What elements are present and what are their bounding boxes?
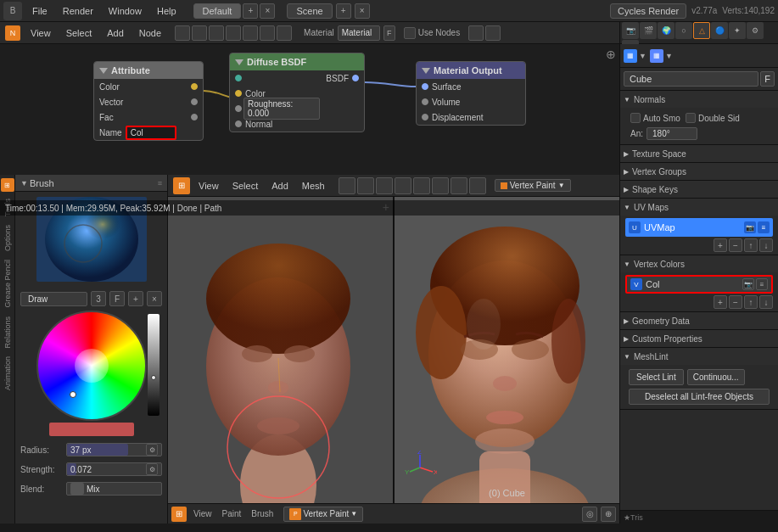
vc-add-btn[interactable]: +: [714, 295, 727, 309]
node-toolbar-btn-6[interactable]: [260, 25, 275, 41]
node-toolbar-btn-5[interactable]: [243, 25, 258, 41]
animation-tab[interactable]: Animation: [2, 353, 14, 394]
bottom-view-menu[interactable]: View: [190, 508, 215, 519]
value-strip-handle[interactable]: [151, 375, 156, 380]
menu-window[interactable]: Window: [104, 4, 147, 18]
angle-input[interactable]: 180°: [646, 127, 697, 140]
strength-extra-btn[interactable]: ⚙: [146, 463, 158, 475]
bottom-paint-menu[interactable]: Paint: [219, 508, 245, 519]
material-select[interactable]: Material: [338, 25, 380, 41]
attribute-name-input[interactable]: [126, 126, 176, 140]
blend-select[interactable]: Mix: [66, 482, 162, 496]
select-lint-btn[interactable]: Select Lint: [629, 369, 684, 385]
viewport-right[interactable]: (0) Cube X Y Z: [393, 197, 619, 503]
output-collapse-icon[interactable]: [422, 68, 430, 74]
uvmap-remove-btn[interactable]: −: [729, 238, 742, 252]
radius-extra-btn[interactable]: ⚙: [146, 444, 158, 456]
color-preview-bar[interactable]: [49, 423, 134, 436]
brush-mode-select[interactable]: Draw: [20, 292, 87, 306]
node-pin-btn[interactable]: [468, 25, 484, 41]
vc-col-camera-btn[interactable]: 📷: [742, 278, 754, 290]
menu-help[interactable]: Help: [152, 4, 182, 18]
node-toolbar-btn-2[interactable]: [192, 25, 207, 41]
material-f-btn[interactable]: F: [383, 25, 395, 41]
node-toolbar-btn-4[interactable]: [226, 25, 241, 41]
object-f-btn[interactable]: F: [760, 71, 775, 87]
node-menu-select[interactable]: Select: [61, 26, 98, 40]
auto-smooth-checkbox[interactable]: [630, 113, 641, 123]
color-dot[interactable]: [70, 391, 76, 398]
node-toolbar-btn-1[interactable]: [175, 25, 190, 41]
texture-space-header[interactable]: ▶ Texture Space: [620, 145, 778, 162]
rtab-material[interactable]: 🔵: [711, 22, 728, 39]
viewport-left[interactable]: +: [168, 197, 393, 503]
render-engine-select[interactable]: Cycles Render: [610, 3, 686, 19]
rtab-particles[interactable]: ✦: [729, 22, 746, 39]
vp-btn-4[interactable]: [395, 177, 411, 194]
add-workspace-btn[interactable]: +: [243, 3, 258, 19]
node-menu-node[interactable]: Node: [134, 26, 166, 40]
relations-tab[interactable]: Relations: [2, 313, 14, 352]
radius-slider[interactable]: 37 px ⚙: [66, 443, 162, 456]
geometry-data-header[interactable]: ▶ Geometry Data: [620, 312, 778, 329]
vertex-paint-bottom-btn[interactable]: P Vertex Paint ▼: [283, 507, 363, 522]
uvmap-extra-btn[interactable]: ≡: [758, 221, 770, 233]
uvmap-down-btn[interactable]: ↓: [759, 238, 773, 252]
vp-btn-3[interactable]: [376, 177, 393, 194]
vertex-colors-header[interactable]: ▼ Vertex Colors: [620, 255, 778, 272]
bottom-brush-menu[interactable]: Brush: [248, 508, 277, 519]
brush-panel-menu-icon[interactable]: ≡: [158, 179, 162, 188]
vertex-groups-header[interactable]: ▶ Vertex Groups: [620, 163, 778, 180]
rtab-object-data[interactable]: △: [693, 22, 710, 39]
node-zoom-btn[interactable]: [485, 25, 501, 41]
vp-btn-5[interactable]: [413, 177, 430, 194]
uvmap-add-btn[interactable]: +: [714, 238, 727, 252]
brush-f-btn[interactable]: F: [109, 291, 125, 306]
use-nodes-checkbox[interactable]: [404, 27, 416, 39]
vp-menu-view[interactable]: View: [193, 179, 224, 193]
bottom-btn-2[interactable]: ⊕: [601, 507, 616, 522]
viewport-add-crosshair[interactable]: ⊕: [606, 48, 616, 61]
attribute-collapse-icon[interactable]: [99, 68, 108, 74]
vp-btn-8[interactable]: [469, 177, 486, 194]
vc-col-extra-btn[interactable]: ≡: [756, 278, 768, 290]
node-menu-view[interactable]: View: [25, 26, 56, 40]
custom-properties-header[interactable]: ▶ Custom Properties: [620, 330, 778, 347]
menu-file[interactable]: File: [27, 4, 53, 18]
strength-slider[interactable]: 0.072 ⚙: [66, 462, 162, 476]
vp-menu-select[interactable]: Select: [227, 179, 264, 193]
menu-render[interactable]: Render: [58, 4, 98, 18]
brush-intensity-btn[interactable]: 3: [91, 291, 106, 306]
rtab-physics[interactable]: ⚙: [747, 22, 764, 39]
vp-menu-add[interactable]: Add: [266, 179, 294, 193]
rtab-world[interactable]: ○: [675, 22, 692, 39]
vc-up-btn[interactable]: ↑: [744, 295, 758, 309]
workspace-tab-default[interactable]: Default: [193, 3, 242, 19]
color-wheel[interactable]: [36, 311, 147, 421]
node-toolbar-btn-3[interactable]: [209, 25, 224, 41]
rtab-scene[interactable]: 🌍: [658, 22, 674, 39]
vp-btn-6[interactable]: [432, 177, 449, 194]
value-strip[interactable]: [148, 314, 160, 416]
rtab-render[interactable]: 🎬: [640, 22, 657, 39]
scene-remove-btn[interactable]: ×: [355, 3, 370, 19]
shape-keys-header[interactable]: ▶ Shape Keys: [620, 181, 778, 198]
options-tab[interactable]: Options: [2, 221, 14, 255]
diffuse-collapse-icon[interactable]: [235, 59, 243, 65]
uvmap-up-btn[interactable]: ↑: [744, 238, 758, 252]
continuous-btn[interactable]: Continuou...: [687, 369, 745, 385]
brush-x-btn[interactable]: ×: [147, 291, 162, 306]
vp-btn-1[interactable]: [339, 177, 355, 194]
grease-pencil-tab[interactable]: Grease Pencil: [2, 256, 14, 311]
scene-tab[interactable]: Scene: [287, 3, 332, 19]
normals-header[interactable]: ▼ Normals: [620, 91, 778, 108]
node-toolbar-btn-7[interactable]: [277, 25, 292, 41]
uvmap-camera-btn[interactable]: 📷: [744, 221, 756, 233]
scene-add-btn[interactable]: +: [336, 3, 351, 19]
uv-maps-header[interactable]: ▼ UV Maps: [620, 199, 778, 216]
brush-plus-btn[interactable]: +: [128, 291, 143, 306]
node-menu-add[interactable]: Add: [102, 26, 129, 40]
vc-remove-btn[interactable]: −: [729, 295, 742, 309]
bottom-btn-1[interactable]: ◎: [582, 507, 597, 522]
vc-down-btn[interactable]: ↓: [759, 295, 773, 309]
